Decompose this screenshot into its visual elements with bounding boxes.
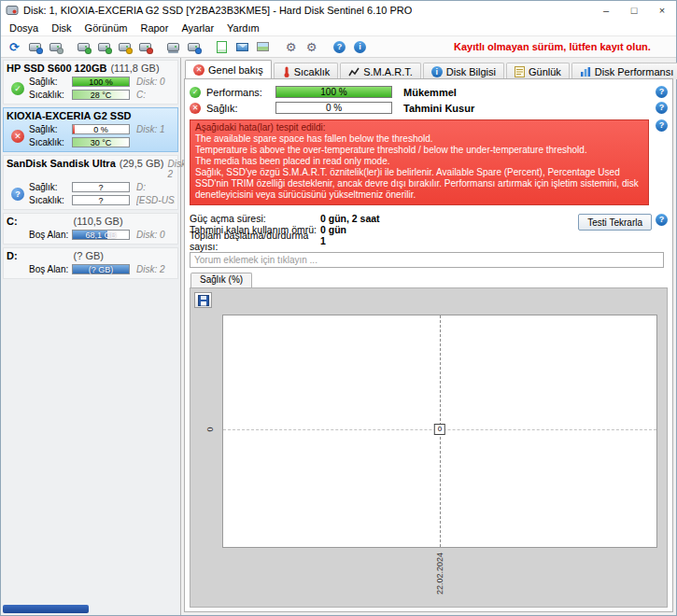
temperature-bar: ? xyxy=(72,195,130,205)
close-button[interactable]: × xyxy=(648,1,676,20)
unregistered-notice[interactable]: Kayıtlı olmayan sürüm, lütfen kayıt olun… xyxy=(454,41,651,52)
save-chart-button[interactable] xyxy=(194,292,212,308)
x-axis-date-label: 22.02.2024 xyxy=(435,553,444,595)
error-icon: ✕ xyxy=(190,103,201,114)
tab-disk-performansi[interactable]: Disk Performansı xyxy=(571,63,677,79)
help-icon[interactable]: ? xyxy=(331,38,348,55)
window-controls: – □ × xyxy=(592,1,676,20)
minimize-button[interactable]: – xyxy=(592,1,620,20)
disk-usb-icon[interactable] xyxy=(185,38,203,55)
overview-content: ✓ Performans: 100 % Mükemmel ? ✕ Sağlık:… xyxy=(184,78,673,612)
disk-warning-icon[interactable] xyxy=(116,38,134,55)
titlebar: Disk: 1, KIOXIA-EXCERIA G2 SSD [Y2BA23B3… xyxy=(1,1,676,20)
gear-icon[interactable]: ⚙ xyxy=(282,38,300,55)
disk-name: KIOXIA-EXCERIA G2 SSD xyxy=(7,110,131,121)
tab-label: Disk Performansı xyxy=(595,66,673,77)
help-icon[interactable]: ? xyxy=(656,102,668,114)
chart-tab-health[interactable]: Sağlık (%) xyxy=(190,273,252,287)
temperature-row: Sıcaklık: 30 °C xyxy=(29,136,175,148)
tab-gunluk[interactable]: Günlük xyxy=(506,63,570,79)
retest-button[interactable]: Testi Tekrarla xyxy=(578,214,652,231)
row-right: D: xyxy=(136,182,146,192)
disk-item-sandisk[interactable]: SanDisk Sandisk Ultra (29,5 GB) Disk: 2 … xyxy=(3,155,178,210)
row-right: Disk: 1 xyxy=(136,124,165,134)
refresh-icon[interactable]: ⟳ xyxy=(6,38,23,55)
menu-yardim[interactable]: Yardım xyxy=(220,21,266,35)
comment-input[interactable] xyxy=(190,252,664,268)
menu-dosya[interactable]: Dosya xyxy=(3,21,45,35)
health-bar: 0 % xyxy=(72,124,130,134)
info-icon[interactable]: i xyxy=(351,38,369,55)
row-label: Boş Alan: xyxy=(29,264,72,274)
y-axis-tick: 0 xyxy=(205,427,215,431)
app-window: Disk: 1, KIOXIA-EXCERIA G2 SSD [Y2BA23B3… xyxy=(0,0,677,616)
disk-stack-icon[interactable] xyxy=(164,38,182,55)
tab-disk-bilgisi[interactable]: i Disk Bilgisi xyxy=(423,63,504,79)
tab-sicaklik[interactable]: Sıcaklık xyxy=(274,63,339,79)
partition-item-d[interactable]: D: (? GB) Boş Alan: (? GB) Disk: 2 xyxy=(3,247,178,279)
health-bar: 100 % xyxy=(72,77,130,87)
chart-section: Sağlık (%) 0 0 22.02.2024 xyxy=(190,273,668,608)
error-box: Aşağıdaki hata(lar) tespit edildi: The a… xyxy=(190,119,649,205)
disk-scan-icon[interactable] xyxy=(26,38,44,55)
partition-item-c[interactable]: C: (110,5 GB) Boş Alan: 68,1 GB Disk: 0 xyxy=(3,213,178,245)
health-bar: 0 % xyxy=(275,102,392,114)
error-line: Sağlık, SSD'ye özgü S.M.A.R.T. öznitelik… xyxy=(195,167,643,178)
free-space-bar: (? GB) xyxy=(72,264,130,274)
row-right: Disk: 0 xyxy=(136,230,165,240)
disk-size: (111,8 GB) xyxy=(110,63,159,74)
disk-item-kioxia-selected[interactable]: KIOXIA-EXCERIA G2 SSD ✕ Sağlık: 0 % Disk… xyxy=(3,107,178,152)
error-line: The media has been placed in read only m… xyxy=(195,156,643,167)
tools-icon[interactable]: ⚙ xyxy=(303,38,320,55)
mail-icon[interactable] xyxy=(233,38,251,55)
toolbar: ⟳ ⚙ ⚙ ? i Kayıtlı olmayan sürüm, lütfen … xyxy=(1,35,676,58)
menu-gorunum[interactable]: Görünüm xyxy=(78,21,134,35)
status-unknown-icon: ? xyxy=(11,188,24,201)
image-icon[interactable] xyxy=(254,38,272,55)
info-icon: i xyxy=(431,66,443,77)
disk-item-hp-ssd[interactable]: HP SSD S600 120GB (111,8 GB) ✓ Sağlık: 1… xyxy=(3,60,178,105)
stat-value: 0 gün, 2 saat xyxy=(320,213,380,224)
maximize-button[interactable]: □ xyxy=(620,1,648,20)
menu-disk[interactable]: Disk xyxy=(45,21,78,35)
row-label: Boş Alan: xyxy=(29,230,72,240)
row-right: Disk: 2 xyxy=(136,264,165,274)
disk-accept-icon[interactable] xyxy=(75,38,92,55)
partition-size: (? GB) xyxy=(74,250,104,261)
menu-rapor[interactable]: Rapor xyxy=(134,21,175,35)
row-label: Sıcaklık: xyxy=(29,137,72,147)
disk-name: HP SSD S600 120GB xyxy=(7,63,106,74)
tab-genel-bakis[interactable]: ✕ Genel bakış xyxy=(185,60,272,79)
stat-label: Güç açma süresi: xyxy=(190,213,320,224)
help-icon[interactable]: ? xyxy=(656,119,668,132)
help-icon[interactable]: ? xyxy=(656,214,668,226)
chart-plot: 0 xyxy=(222,315,657,548)
tab-smart[interactable]: S.M.A.R.T. xyxy=(340,63,421,79)
help-icon[interactable]: ? xyxy=(656,86,668,98)
health-row: Sağlık: ? D: xyxy=(29,181,175,193)
stat-value: 0 gün xyxy=(320,224,346,235)
disk-add-icon[interactable] xyxy=(95,38,113,55)
main-panel: ✕ Genel bakış Sıcaklık S.M.A.R.T. i Disk… xyxy=(181,58,676,615)
partition-size: (110,5 GB) xyxy=(74,216,123,227)
performance-bar: 100 % xyxy=(275,86,392,98)
temperature-row: Sıcaklık: 28 °C C: xyxy=(29,89,175,101)
tab-label: S.M.A.R.T. xyxy=(363,66,413,77)
health-rating: Tahmini Kusur xyxy=(403,103,474,114)
chart-cursor-marker[interactable]: 0 xyxy=(434,424,445,435)
stat-label: Toplam başlatma/durdurma sayısı: xyxy=(190,230,320,252)
menu-ayarlar[interactable]: Ayarlar xyxy=(175,21,220,35)
ok-icon: ✓ xyxy=(190,87,201,98)
report-icon[interactable] xyxy=(213,38,231,55)
free-space-bar: 68,1 GB xyxy=(72,230,130,240)
stats-section: Güç açma süresi: 0 gün, 2 saat Tahmini k… xyxy=(190,213,668,246)
main-tabs: ✕ Genel bakış Sıcaklık S.M.A.R.T. i Disk… xyxy=(184,60,673,79)
tab-label: Genel bakış xyxy=(208,64,263,76)
error-icon: ✕ xyxy=(193,64,205,76)
disk-surface-test-icon[interactable] xyxy=(47,38,64,55)
performance-gauge: ✓ Performans: 100 % Mükemmel ? xyxy=(190,84,668,100)
row-right: Disk: 0 xyxy=(136,77,165,87)
disk-remove-icon[interactable] xyxy=(136,38,154,55)
row-label: Sağlık: xyxy=(29,182,72,192)
health-bar: ? xyxy=(72,182,130,192)
